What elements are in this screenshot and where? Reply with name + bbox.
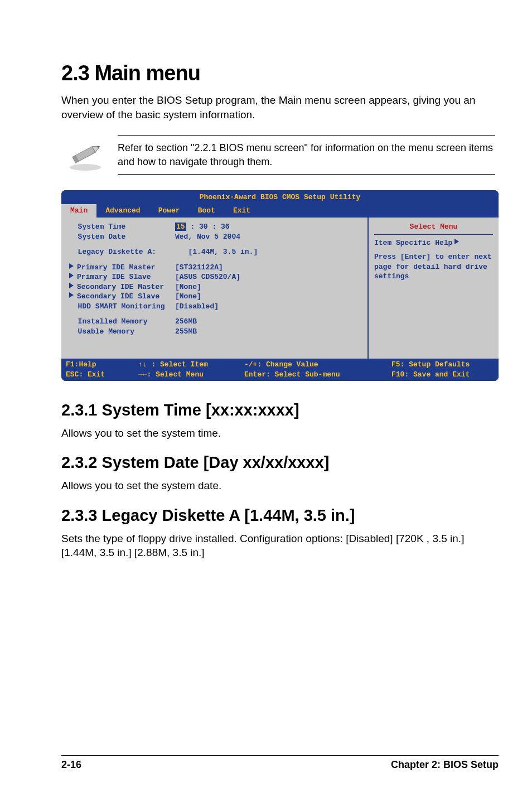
row-legacy-diskette[interactable]: Legacy Diskette A: [1.44M, 3.5 in.] [69, 247, 360, 257]
subsection-text-3: Sets the type of floppy drive installed.… [61, 532, 499, 560]
row-secondary-ide-slave[interactable]: Secondary IDE Slave [None] [69, 292, 360, 302]
bios-screenshot: Phoenix-Award BIOS CMOS Setup Utility Ma… [61, 190, 499, 381]
submenu-icon [69, 273, 74, 278]
subsection-heading-1: 2.3.1 System Time [xx:xx:xxxx] [61, 401, 499, 419]
hint-f1: F1:Help [66, 360, 129, 370]
bios-title-bar: Phoenix-Award BIOS CMOS Setup Utility [61, 190, 499, 205]
bios-main-panel: System Time 15 : 30 : 36 System Date Wed… [61, 218, 367, 359]
hint-change-value: -/+: Change Value [244, 360, 383, 370]
help-panel-subtitle: Item Specific Help [374, 238, 493, 248]
hint-f10: F10: Save and Exit [391, 370, 494, 380]
row-hdd-smart[interactable]: HDD SMART Monitoring [Disabled] [69, 302, 360, 312]
bios-help-panel: Select Menu Item Specific Help Press [En… [367, 218, 499, 359]
submenu-icon [69, 283, 74, 288]
subsection-text-2: Allows you to set the system date. [61, 479, 499, 493]
hint-esc: ESC: Exit [66, 370, 129, 380]
svg-point-0 [70, 164, 101, 171]
page-number: 2-16 [61, 759, 81, 771]
row-primary-ide-master[interactable]: Primary IDE Master [ST321122A] [69, 263, 360, 273]
hint-select-item: ↑↓ : Select Item [138, 360, 235, 370]
time-hour-field[interactable]: 15 [175, 223, 186, 231]
row-installed-memory: Installed Memory 256MB [69, 317, 360, 327]
subsection-heading-3: 2.3.3 Legacy Diskette A [1.44M, 3.5 in.] [61, 506, 499, 525]
chapter-label: Chapter 2: BIOS Setup [391, 759, 499, 771]
note-text: Refer to section "2.2.1 BIOS menu screen… [118, 135, 495, 175]
bios-tab-row: Main Advanced Power Boot Exit [61, 204, 499, 218]
note-block: Refer to section "2.2.1 BIOS menu screen… [61, 135, 499, 175]
subsection-heading-2: 2.3.2 System Date [Day xx/xx/xxxx] [61, 453, 499, 472]
pencil-icon [65, 138, 107, 172]
bios-footer: F1:Help ESC: Exit ↑↓ : Select Item →←: S… [61, 359, 499, 380]
row-usable-memory: Usable Memory 255MB [69, 327, 360, 337]
row-secondary-ide-master[interactable]: Secondary IDE Master [None] [69, 282, 360, 292]
row-system-date[interactable]: System Date Wed, Nov 5 2004 [69, 232, 360, 242]
subsection-text-1: Allows you to set the system time. [61, 426, 499, 441]
row-system-time[interactable]: System Time 15 : 30 : 36 [69, 222, 360, 232]
tab-advanced[interactable]: Advanced [96, 204, 149, 218]
row-primary-ide-slave[interactable]: Primary IDE Slave [ASUS CDS520/A] [69, 272, 360, 282]
tab-exit[interactable]: Exit [224, 204, 259, 218]
submenu-icon [69, 292, 74, 298]
tab-power[interactable]: Power [149, 204, 189, 218]
help-panel-text: Press [Enter] to enter next page for det… [374, 252, 493, 282]
hint-enter-submenu: Enter: Select Sub-menu [244, 370, 383, 380]
help-panel-title: Select Menu [374, 222, 493, 235]
tab-boot[interactable]: Boot [189, 204, 224, 218]
tab-main[interactable]: Main [61, 204, 96, 218]
page-footer: 2-16 Chapter 2: BIOS Setup [61, 755, 499, 771]
page-heading: 2.3 Main menu [61, 61, 499, 85]
hint-select-menu: →←: Select Menu [138, 370, 235, 380]
chevron-right-icon [454, 239, 459, 244]
hint-f5: F5: Setup Defaults [391, 360, 494, 370]
submenu-icon [69, 263, 74, 269]
intro-paragraph: When you enter the BIOS Setup program, t… [61, 93, 499, 122]
